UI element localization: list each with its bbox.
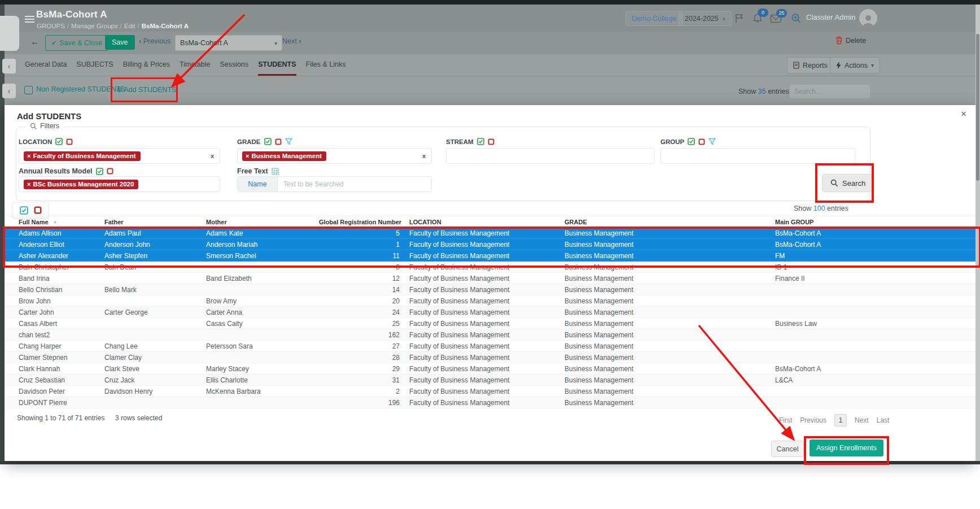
column-header-full-name[interactable]: Full Name▲ <box>19 219 104 225</box>
tab-billing-prices[interactable]: Billing & Prices <box>123 60 170 76</box>
table-row[interactable]: Cruz SebastianCruz JackEllis Charlotte31… <box>5 375 975 386</box>
deselect-all-icon[interactable] <box>107 168 113 175</box>
free-text-field-selector[interactable]: Name <box>238 177 278 192</box>
global-search-icon[interactable] <box>790 12 802 24</box>
notifications-bell-icon[interactable]: 0 <box>752 12 763 24</box>
add-students-button[interactable]: ⊕ Add STUDENTS <box>116 85 176 94</box>
deselect-all-icon[interactable] <box>488 138 495 145</box>
tab-subjects[interactable]: SUBJECTS <box>76 60 113 76</box>
column-header-location[interactable]: LOCATION <box>400 219 565 225</box>
table-row[interactable]: Bain ChristopherBain Dean8Faculty of Bus… <box>5 262 975 273</box>
institution-button[interactable]: Demo College <box>625 11 683 26</box>
deselect-all-icon[interactable] <box>66 138 73 145</box>
tab-files-links[interactable]: Files & Links <box>306 60 346 76</box>
collapsed-sidebar[interactable] <box>0 16 19 51</box>
flag-icon[interactable] <box>734 12 745 24</box>
back-arrow-icon[interactable]: ← <box>30 37 40 47</box>
cancel-button[interactable]: Cancel <box>771 441 804 457</box>
search-button[interactable]: Search <box>822 174 874 192</box>
pagination-current-page[interactable]: 1 <box>834 414 847 427</box>
deselect-all-icon[interactable] <box>698 138 705 145</box>
non-registered-checkbox[interactable] <box>24 86 33 94</box>
pagination-last[interactable]: Last <box>877 416 890 424</box>
annual-results-input[interactable]: ×BSc Business Management 2020 <box>19 176 220 192</box>
vertical-scrollbar[interactable] <box>975 5 980 461</box>
non-registered-students-toggle[interactable]: Non Registered STUDENTS <box>36 85 125 93</box>
school-year-dropdown[interactable]: 2024-2025 ▾ <box>679 11 732 26</box>
tag-remove-icon[interactable]: × <box>27 181 30 188</box>
tab-sessions[interactable]: Sessions <box>220 60 248 76</box>
table-row[interactable]: Chang HarperChang LeePetersson Sara27Fac… <box>5 341 975 352</box>
save-button[interactable]: Save <box>105 35 135 50</box>
clear-input-icon[interactable]: x <box>211 153 214 159</box>
tab-students[interactable]: STUDENTS <box>258 60 296 76</box>
table-row[interactable]: Adams AllisonAdams PaulAdams Kate5Facult… <box>5 228 975 239</box>
menu-icon[interactable] <box>25 14 34 24</box>
tab-timetable[interactable]: Timetable <box>180 60 210 76</box>
scrollbar-thumb[interactable] <box>976 34 979 181</box>
select-all-icon[interactable] <box>264 138 272 145</box>
table-row[interactable]: Carter JohnCarter GeorgeCarter Anna24Fac… <box>5 307 975 318</box>
deselect-all-rows-icon[interactable] <box>34 206 42 214</box>
location-tag[interactable]: ×Faculty of Business Management <box>24 151 141 161</box>
tab-general-data[interactable]: General Data <box>25 60 67 76</box>
column-header-father[interactable]: Father <box>104 219 206 225</box>
column-header-mother[interactable]: Mother <box>206 219 319 225</box>
column-header-main-group[interactable]: Main GROUP <box>775 219 975 225</box>
column-header-grade[interactable]: GRADE <box>565 219 775 225</box>
pagination-first[interactable]: First <box>779 416 792 424</box>
assign-enrollments-button[interactable]: Assign Enrollments <box>810 440 883 456</box>
select-all-icon[interactable] <box>477 138 484 145</box>
breadcrumb-item[interactable]: GROUPS <box>37 23 65 29</box>
deselect-all-icon[interactable] <box>275 138 282 145</box>
table-row[interactable]: Clamer StepnenClamer Clay28Faculty of Bu… <box>5 352 975 363</box>
user-avatar[interactable] <box>859 9 877 27</box>
messages-envelope-icon[interactable]: 25 <box>770 13 782 24</box>
breadcrumb-item[interactable]: Edit <box>124 23 135 29</box>
previous-button[interactable]: ‹ Previous <box>139 37 170 45</box>
sidebar-collapse-chevron[interactable]: ‹ <box>2 84 16 98</box>
breadcrumb-item[interactable]: Manage Groups <box>71 23 117 29</box>
user-menu[interactable]: Classter Admin ▾ <box>806 13 863 21</box>
table-row[interactable]: Bello ChristianBello Mark14Faculty of Bu… <box>5 284 975 295</box>
grid-fields-icon[interactable] <box>272 168 279 175</box>
free-text-input[interactable] <box>278 180 431 188</box>
table-row[interactable]: Asher AlexanderAsher StepfenSmerson Rach… <box>5 250 975 262</box>
grade-filter-input[interactable]: ×Business Management x <box>237 148 432 164</box>
actions-dropdown[interactable]: Actions ▾ <box>830 57 880 73</box>
select-all-icon[interactable] <box>55 138 63 145</box>
select-all-icon[interactable] <box>96 168 103 175</box>
column-header-global-registration-number[interactable]: Global Registration Number <box>319 219 400 225</box>
table-row[interactable]: Anderson ElliotAnderson JohnAnderson Mar… <box>5 239 975 250</box>
select-all-icon[interactable] <box>688 138 695 145</box>
close-icon[interactable]: × <box>961 108 966 120</box>
delete-button[interactable]: Delete <box>835 36 866 45</box>
pagination-previous[interactable]: Previous <box>800 416 826 424</box>
tag-remove-icon[interactable]: × <box>27 153 30 159</box>
table-search-input[interactable] <box>789 84 870 99</box>
table-row[interactable]: chan test2162Faculty of Business Managem… <box>5 329 975 341</box>
group-filter-input[interactable] <box>660 148 855 164</box>
funnel-filter-icon[interactable] <box>285 138 292 145</box>
table-row[interactable]: Davidson PeterDavidson HenryMcKenna Barb… <box>5 386 975 397</box>
select-all-rows-icon[interactable] <box>20 206 28 215</box>
table-row[interactable]: Band IrinaBand Elizabeth12Faculty of Bus… <box>5 273 975 284</box>
tag-remove-icon[interactable]: × <box>246 153 249 159</box>
modal-page-length-select[interactable]: 100 <box>813 205 825 212</box>
pagination-next[interactable]: Next <box>855 416 869 424</box>
table-row[interactable]: Clark HannahClark SteveMarley Stacey29Fa… <box>5 363 975 375</box>
funnel-filter-icon[interactable] <box>708 138 716 145</box>
table-row[interactable]: DUPONT Pierre196Faculty of Business Mana… <box>5 397 975 408</box>
page-length-select[interactable]: 35 <box>758 88 766 95</box>
sidebar-collapse-chevron[interactable]: ‹ <box>2 59 16 73</box>
table-row[interactable]: Casas AlbertCasas Caity25Faculty of Busi… <box>5 318 975 329</box>
group-selector-dropdown[interactable]: BsMa-Cohort A ▾ <box>175 35 282 51</box>
stream-filter-input[interactable] <box>446 148 655 164</box>
table-row[interactable]: Brow JohnBrow Amy20Faculty of Business M… <box>5 295 975 307</box>
clear-input-icon[interactable]: x <box>422 153 426 159</box>
grade-tag[interactable]: ×Business Management <box>242 151 326 161</box>
annual-results-tag[interactable]: ×BSc Business Management 2020 <box>24 180 138 189</box>
next-button[interactable]: Next › <box>282 37 301 45</box>
save-and-close-button[interactable]: ✔ Save & Close <box>45 35 108 51</box>
location-filter-input[interactable]: ×Faculty of Business Management x <box>19 148 220 164</box>
